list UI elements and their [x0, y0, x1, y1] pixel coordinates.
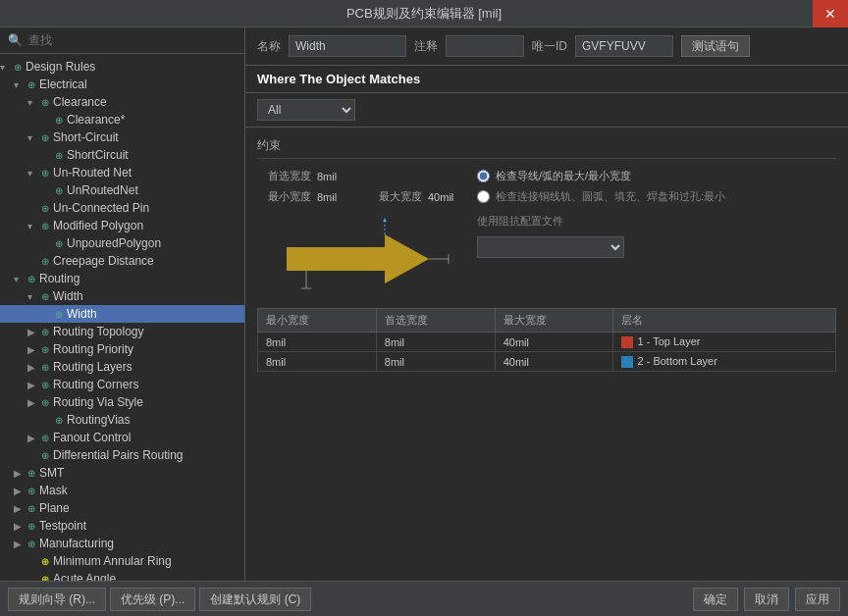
- tree-item-width-group[interactable]: ▾ ⊕ Width: [0, 287, 244, 305]
- tree-label-routing-topology: Routing Topology: [53, 325, 244, 338]
- rules-nav-button[interactable]: 规则向导 (R)...: [8, 588, 106, 611]
- col-layer-name: 层名: [613, 309, 836, 333]
- create-default-button[interactable]: 创建默认规则 (C): [199, 588, 311, 611]
- search-bar: 🔍: [0, 27, 244, 54]
- tree-item-unrouted-net-group[interactable]: ▾ ⊕ Un-Routed Net: [0, 164, 244, 181]
- tree-item-creepage[interactable]: ⊕ Creepage Distance: [0, 252, 244, 270]
- width-diagram: [257, 210, 467, 298]
- tree-item-clearance-item[interactable]: ⊕ Clearance*: [0, 111, 244, 128]
- tree-label-routing-group: Routing: [39, 272, 244, 285]
- constraint-title: 约束: [257, 137, 836, 159]
- tree-item-width-item[interactable]: ⊕ Width: [0, 305, 244, 323]
- tree-item-min-annular[interactable]: ⊕ Minimum Annular Ring: [0, 552, 244, 570]
- width-table: 最小宽度 首选宽度 最大宽度 层名 8mil 8mil 40mil 1 - To…: [257, 308, 836, 372]
- radio-2[interactable]: [477, 190, 490, 203]
- name-label: 名称: [257, 38, 281, 55]
- matches-dropdown[interactable]: All Net Net Class Layer: [257, 99, 355, 121]
- tree-icon-short-circuit-item: ⊕: [51, 150, 67, 161]
- close-button[interactable]: ✕: [813, 0, 848, 27]
- tree-item-routing-layers[interactable]: ▶ ⊕ Routing Layers: [0, 358, 244, 376]
- right-panel: 名称 注释 唯一ID 测试语句 Where The Object Matches…: [245, 27, 848, 581]
- tree-label-manufacturing: Manufacturing: [39, 537, 244, 550]
- pref-width-value: 8mil: [317, 171, 356, 182]
- tree-item-mask[interactable]: ▶ ⊕ Mask: [0, 482, 244, 499]
- tree-item-routing-vias[interactable]: ⊕ RoutingVias: [0, 411, 244, 429]
- tree-icon-electrical: ⊕: [24, 79, 39, 90]
- apply-button[interactable]: 应用: [795, 588, 840, 611]
- tree-icon-smt: ⊕: [24, 468, 39, 479]
- tree-icon-design-rules: ⊕: [10, 62, 26, 73]
- tree-label-acute-angle: Acute Angle: [53, 572, 244, 581]
- constraint-section: 约束 首选宽度 8mil 最小宽度 8mil 最大宽度 40mil: [245, 128, 848, 581]
- tree-icon-short-circuit-group: ⊕: [37, 132, 53, 143]
- tree-icon-testpoint: ⊕: [24, 521, 39, 532]
- col-max-width: 最大宽度: [495, 309, 613, 333]
- priority-button[interactable]: 优先级 (P)...: [110, 588, 195, 611]
- tree-item-routing-topology[interactable]: ▶ ⊕ Routing Topology: [0, 323, 244, 340]
- tree-item-modified-polygon-group[interactable]: ▾ ⊕ Modified Polygon: [0, 217, 244, 234]
- tree-label-fanout-control: Fanout Control: [53, 431, 244, 444]
- search-input[interactable]: [28, 33, 237, 47]
- bottom-bar: 规则向导 (R)... 优先级 (P)... 创建默认规则 (C) 确定 取消 …: [0, 581, 848, 616]
- tree-item-fanout-control[interactable]: ▶ ⊕ Fanout Control: [0, 429, 244, 446]
- tree-item-plane[interactable]: ▶ ⊕ Plane: [0, 499, 244, 517]
- tree-item-routing-via-style[interactable]: ▶ ⊕ Routing Via Style: [0, 393, 244, 411]
- tree-item-smt[interactable]: ▶ ⊕ SMT: [0, 464, 244, 482]
- tree-icon-modified-polygon-group: ⊕: [37, 221, 53, 231]
- tree-icon-routing-priority: ⊕: [37, 344, 53, 355]
- tree-icon-routing-vias: ⊕: [51, 415, 67, 426]
- tree-item-short-circuit-item[interactable]: ⊕ ShortCircuit: [0, 146, 244, 164]
- ok-button[interactable]: 确定: [693, 588, 738, 611]
- tree-icon-clearance-group: ⊕: [37, 97, 53, 108]
- tree-item-electrical[interactable]: ▾ ⊕ Electrical: [0, 76, 244, 93]
- tree-label-smt: SMT: [39, 466, 244, 480]
- tree-icon-manufacturing: ⊕: [24, 539, 39, 549]
- tree-item-clearance-group[interactable]: ▾ ⊕ Clearance: [0, 93, 244, 111]
- radio-options: 检查导线/弧的最大/最小宽度 检查连接铜线轨、圆弧、填充、焊盘和过孔:最小 使用…: [477, 169, 725, 258]
- tree-arrow-routing-group: ▾: [14, 274, 24, 284]
- search-icon: 🔍: [8, 33, 23, 47]
- max-width-value: 40mil: [428, 191, 467, 203]
- tree-item-unpoured-polygon[interactable]: ⊕ UnpouredPolygon: [0, 234, 244, 252]
- tree-icon-plane: ⊕: [24, 503, 39, 514]
- impedance-dropdown[interactable]: [477, 236, 624, 258]
- title-bar: PCB规则及约束编辑器 [mil] ✕: [0, 0, 848, 27]
- tree-item-short-circuit-group[interactable]: ▾ ⊕ Short-Circuit: [0, 128, 244, 146]
- id-input[interactable]: [575, 35, 673, 57]
- tree-arrow-short-circuit-group: ▾: [27, 132, 37, 143]
- left-panel: 🔍 ▾ ⊕ Design Rules ▾ ⊕ Electrical ▾ ⊕ Cl…: [0, 27, 245, 581]
- tree-label-routing-corners: Routing Corners: [53, 378, 244, 391]
- tree-arrow-mask: ▶: [14, 486, 24, 496]
- tree-label-clearance-group: Clearance: [53, 95, 244, 109]
- radio-option-1[interactable]: 检查导线/弧的最大/最小宽度: [477, 169, 725, 183]
- tree-icon-width-item: ⊕: [51, 309, 67, 320]
- name-input[interactable]: [289, 35, 406, 57]
- tree-item-unrouted-net-item[interactable]: ⊕ UnRoutedNet: [0, 181, 244, 199]
- tree-item-diff-pairs[interactable]: ⊕ Differential Pairs Routing: [0, 446, 244, 464]
- tree-container[interactable]: ▾ ⊕ Design Rules ▾ ⊕ Electrical ▾ ⊕ Clea…: [0, 54, 244, 581]
- tree-arrow-routing-via-style: ▶: [27, 397, 37, 408]
- radio-option-2[interactable]: 检查连接铜线轨、圆弧、填充、焊盘和过孔:最小: [477, 189, 725, 204]
- tree-item-routing-corners[interactable]: ▶ ⊕ Routing Corners: [0, 376, 244, 393]
- tree-item-testpoint[interactable]: ▶ ⊕ Testpoint: [0, 517, 244, 535]
- tree-item-unconnected-pin[interactable]: ⊕ Un-Connected Pin: [0, 199, 244, 217]
- radio-1[interactable]: [477, 170, 490, 182]
- tree-icon-creepage: ⊕: [37, 256, 53, 267]
- tree-item-routing-priority[interactable]: ▶ ⊕ Routing Priority: [0, 340, 244, 358]
- tree-item-acute-angle[interactable]: ⊕ Acute Angle: [0, 570, 244, 581]
- tree-icon-acute-angle: ⊕: [37, 574, 53, 582]
- tree-item-manufacturing[interactable]: ▶ ⊕ Manufacturing: [0, 535, 244, 552]
- min-width-row: 最小宽度 8mil 最大宽度 40mil: [257, 189, 467, 204]
- tree-item-design-rules[interactable]: ▾ ⊕ Design Rules: [0, 58, 244, 76]
- tree-icon-routing-layers: ⊕: [37, 362, 53, 373]
- note-input[interactable]: [446, 35, 524, 57]
- tree-label-min-annular: Minimum Annular Ring: [53, 554, 244, 568]
- cancel-button[interactable]: 取消: [744, 588, 789, 611]
- tree-icon-mask: ⊕: [24, 486, 39, 496]
- where-matches-row: All Net Net Class Layer: [245, 93, 848, 128]
- constraint-row: 首选宽度 8mil 最小宽度 8mil 最大宽度 40mil: [257, 169, 836, 298]
- test-button[interactable]: 测试语句: [681, 35, 750, 57]
- tree-label-plane: Plane: [39, 501, 244, 515]
- tree-item-routing-group[interactable]: ▾ ⊕ Routing: [0, 270, 244, 287]
- tree-icon-routing-topology: ⊕: [37, 327, 53, 337]
